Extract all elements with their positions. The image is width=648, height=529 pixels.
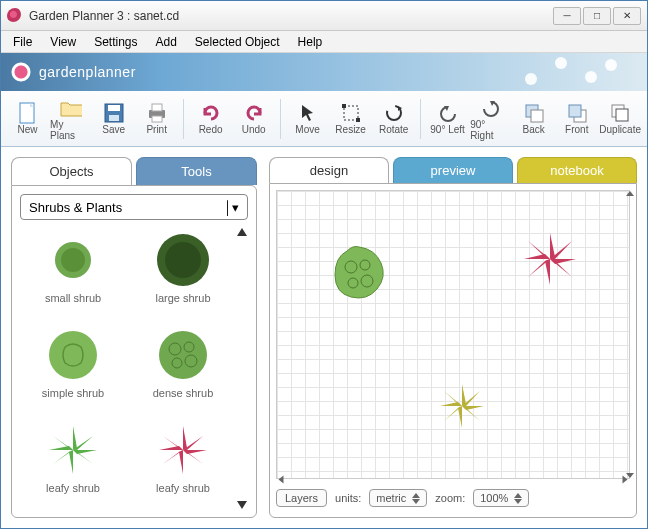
- svg-rect-12: [531, 110, 543, 122]
- palette-item[interactable]: leafy shrub: [20, 418, 126, 509]
- svg-rect-16: [616, 109, 628, 121]
- tab-design[interactable]: design: [269, 157, 389, 183]
- svg-point-22: [159, 331, 207, 379]
- objects-panel: Shrubs & Plants │▾ small shrub large shr…: [11, 185, 257, 518]
- app-icon: [7, 8, 23, 24]
- svg-point-18: [61, 248, 85, 272]
- design-canvas[interactable]: [276, 190, 630, 479]
- tab-preview[interactable]: preview: [393, 157, 513, 183]
- svg-rect-3: [109, 115, 119, 121]
- svg-rect-6: [152, 116, 162, 122]
- close-button[interactable]: ✕: [613, 7, 641, 25]
- palette-item[interactable]: simple shrub: [20, 323, 126, 414]
- left-panel: Objects Tools Shrubs & Plants │▾ small s…: [11, 157, 257, 518]
- bring-front-button[interactable]: Front: [556, 94, 597, 144]
- svg-rect-7: [344, 106, 358, 120]
- duplicate-button[interactable]: Duplicate: [599, 94, 641, 144]
- app-window: Garden Planner 3 : sanet.cd ─ □ ✕ File V…: [0, 0, 648, 529]
- zoom-label: zoom:: [435, 492, 465, 504]
- send-back-button[interactable]: Back: [513, 94, 554, 144]
- units-label: units:: [335, 492, 361, 504]
- titlebar: Garden Planner 3 : sanet.cd ─ □ ✕: [1, 1, 647, 31]
- menu-view[interactable]: View: [42, 33, 84, 51]
- palette-item[interactable]: leafy shrub: [130, 418, 236, 509]
- canvas-object-leafy-yellow[interactable]: [437, 381, 487, 431]
- save-button[interactable]: Save: [93, 94, 134, 144]
- palette-scrollbar[interactable]: [236, 228, 248, 509]
- rotate-left-button[interactable]: 90° Left: [427, 94, 468, 144]
- layers-button[interactable]: Layers: [276, 489, 327, 507]
- status-bar: Layers units: metric zoom: 100%: [276, 485, 630, 511]
- brand-name: gardenplanner: [39, 64, 136, 80]
- scroll-up-icon[interactable]: [237, 228, 247, 236]
- workspace: Objects Tools Shrubs & Plants │▾ small s…: [1, 147, 647, 528]
- svg-rect-8: [342, 104, 346, 108]
- palette-item[interactable]: dense shrub: [130, 323, 236, 414]
- resize-button[interactable]: Resize: [330, 94, 371, 144]
- tab-notebook[interactable]: notebook: [517, 157, 637, 183]
- toolbar: New My Plans Save Print Redo Undo Move R…: [1, 91, 647, 147]
- menu-file[interactable]: File: [5, 33, 40, 51]
- rotate-right-button[interactable]: 90° Right: [470, 94, 511, 144]
- menu-add[interactable]: Add: [148, 33, 185, 51]
- redo-button[interactable]: Redo: [190, 94, 231, 144]
- svg-point-21: [49, 331, 97, 379]
- menu-selected-object[interactable]: Selected Object: [187, 33, 288, 51]
- svg-rect-14: [569, 105, 581, 117]
- scroll-down-icon[interactable]: [237, 501, 247, 509]
- maximize-button[interactable]: □: [583, 7, 611, 25]
- palette-item[interactable]: small shrub: [20, 228, 126, 319]
- svg-rect-2: [108, 105, 120, 111]
- canvas-vscroll[interactable]: [625, 191, 635, 478]
- menubar: File View Settings Add Selected Object H…: [1, 31, 647, 53]
- move-button[interactable]: Move: [287, 94, 328, 144]
- palette-item[interactable]: large shrub: [130, 228, 236, 319]
- canvas-object-shrub[interactable]: [327, 241, 391, 305]
- rotate-button[interactable]: Rotate: [373, 94, 414, 144]
- right-panel: design preview notebook Layers units: me…: [269, 157, 637, 518]
- canvas-object-leafy-red[interactable]: [522, 231, 578, 287]
- myplans-button[interactable]: My Plans: [50, 94, 91, 144]
- menu-help[interactable]: Help: [290, 33, 331, 51]
- units-select[interactable]: metric: [369, 489, 427, 507]
- svg-rect-9: [356, 118, 360, 122]
- svg-point-20: [165, 242, 201, 278]
- canvas-wrap: Layers units: metric zoom: 100%: [269, 183, 637, 518]
- tab-objects[interactable]: Objects: [11, 157, 132, 185]
- undo-button[interactable]: Undo: [233, 94, 274, 144]
- brand-bar: gardenplanner: [1, 53, 647, 91]
- brand-flower-icon: [11, 62, 31, 82]
- menu-settings[interactable]: Settings: [86, 33, 145, 51]
- category-select[interactable]: Shrubs & Plants │▾: [20, 194, 248, 220]
- print-button[interactable]: Print: [136, 94, 177, 144]
- zoom-select[interactable]: 100%: [473, 489, 529, 507]
- window-title: Garden Planner 3 : sanet.cd: [29, 9, 179, 23]
- category-value: Shrubs & Plants: [29, 200, 122, 215]
- tab-tools[interactable]: Tools: [136, 157, 257, 185]
- minimize-button[interactable]: ─: [553, 7, 581, 25]
- new-button[interactable]: New: [7, 94, 48, 144]
- palette-grid: small shrub large shrub simple shrub den…: [20, 228, 248, 509]
- canvas-hscroll[interactable]: [277, 474, 629, 484]
- svg-rect-5: [152, 104, 162, 111]
- dropdown-icon: │▾: [224, 200, 239, 215]
